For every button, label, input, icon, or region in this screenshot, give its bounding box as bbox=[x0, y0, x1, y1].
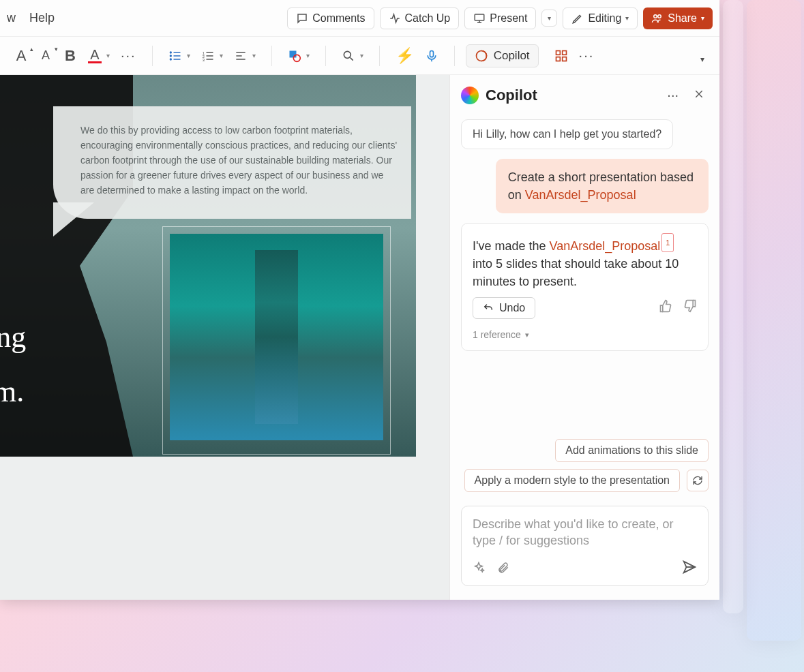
attach-button[interactable] bbox=[497, 562, 509, 577]
font-overflow-button[interactable]: ··· bbox=[116, 44, 141, 68]
svg-point-5 bbox=[170, 59, 171, 60]
svg-point-1 bbox=[654, 14, 657, 18]
copilot-pane: Copilot ··· Hi Lilly, how can I help get… bbox=[450, 75, 719, 600]
align-icon bbox=[234, 49, 248, 63]
pencil-icon bbox=[571, 12, 584, 25]
response-pre: I've made the bbox=[473, 239, 550, 253]
sparkle-icon bbox=[473, 562, 485, 574]
user-prompt-link[interactable]: VanArsdel_Proposal bbox=[525, 188, 636, 202]
svg-point-3 bbox=[170, 52, 171, 53]
svg-rect-17 bbox=[562, 57, 566, 61]
thumbs-down-button[interactable] bbox=[683, 299, 697, 317]
response-link[interactable]: VanArsdel_Proposal bbox=[550, 239, 661, 253]
slide-paragraph: We do this by providing access to low ca… bbox=[80, 125, 397, 196]
numbering-button[interactable]: 123 bbox=[196, 44, 228, 68]
svg-rect-9 bbox=[289, 50, 296, 57]
decrease-font-button[interactable]: A bbox=[34, 44, 57, 68]
thumbs-down-icon bbox=[683, 299, 697, 313]
slide-canvas[interactable]: We do this by providing access to low ca… bbox=[0, 75, 450, 600]
svg-point-2 bbox=[658, 14, 661, 18]
svg-rect-12 bbox=[430, 50, 433, 57]
thumbs-up-button[interactable] bbox=[659, 299, 672, 317]
ribbon-overflow-button[interactable]: ··· bbox=[574, 44, 599, 68]
chevron-down-icon: ▾ bbox=[700, 55, 704, 64]
undo-button[interactable]: Undo bbox=[473, 297, 535, 319]
svg-text:3: 3 bbox=[202, 57, 204, 61]
numbering-icon: 123 bbox=[201, 49, 215, 63]
copilot-input[interactable]: Describe what you'd like to create, or t… bbox=[461, 506, 709, 586]
copilot-title: Copilot bbox=[486, 87, 656, 104]
copilot-greeting-bubble: Hi Lilly, how can I help get you started… bbox=[461, 119, 673, 149]
slide[interactable]: We do this by providing access to low ca… bbox=[0, 75, 416, 457]
slide-image-placeholder[interactable] bbox=[162, 226, 391, 455]
svg-point-4 bbox=[170, 55, 171, 57]
close-icon bbox=[694, 89, 704, 100]
copilot-ribbon-label: Copilot bbox=[494, 49, 530, 63]
font-color-icon: A bbox=[88, 48, 102, 63]
send-icon bbox=[682, 560, 697, 575]
align-button[interactable] bbox=[229, 44, 260, 68]
svg-rect-15 bbox=[562, 50, 566, 55]
designer-button[interactable]: ⚡ bbox=[391, 44, 419, 68]
svg-rect-16 bbox=[556, 57, 560, 61]
suggestion-add-animations[interactable]: Add animations to this slide bbox=[555, 439, 709, 462]
increase-font-button[interactable]: A bbox=[10, 44, 33, 68]
copilot-logo-icon bbox=[461, 87, 479, 104]
designer-icon: ⚡ bbox=[396, 47, 414, 65]
undo-label: Undo bbox=[499, 302, 525, 314]
send-button[interactable] bbox=[682, 560, 697, 579]
menu-help[interactable]: Help bbox=[29, 11, 55, 25]
slide-headline-fragment-1: ding bbox=[0, 320, 26, 354]
editing-label: Editing bbox=[588, 12, 621, 25]
grid-view-button[interactable] bbox=[550, 44, 573, 68]
bold-button[interactable]: B bbox=[59, 44, 82, 68]
dictate-button[interactable] bbox=[420, 44, 443, 68]
svg-rect-0 bbox=[475, 14, 484, 20]
activity-icon bbox=[389, 12, 401, 25]
present-button[interactable]: Present bbox=[464, 7, 536, 29]
copilot-input-placeholder: Describe what you'd like to create, or t… bbox=[473, 516, 697, 549]
shapes-button[interactable] bbox=[283, 44, 314, 68]
copilot-suggestions: Add animations to this slide Apply a mod… bbox=[450, 439, 719, 499]
copilot-close-button[interactable] bbox=[689, 85, 709, 106]
people-icon bbox=[651, 12, 664, 25]
catchup-button[interactable]: Catch Up bbox=[380, 7, 460, 29]
share-button[interactable]: Share ▾ bbox=[643, 7, 713, 29]
find-button[interactable] bbox=[337, 44, 368, 68]
suggestion-modern-style[interactable]: Apply a modern style to the presentation bbox=[464, 469, 680, 492]
reference-badge[interactable]: 1 bbox=[661, 233, 674, 252]
copilot-ribbon-button[interactable]: Copilot bbox=[466, 44, 539, 67]
copilot-more-button[interactable]: ··· bbox=[663, 85, 683, 106]
user-prompt-bubble: Create a short presentation based on Van… bbox=[496, 159, 709, 213]
catchup-label: Catch Up bbox=[405, 12, 451, 25]
present-label: Present bbox=[490, 12, 527, 25]
slide-text-box[interactable]: We do this by providing access to low ca… bbox=[53, 106, 411, 219]
svg-point-10 bbox=[293, 55, 300, 61]
refresh-suggestions-button[interactable] bbox=[687, 470, 709, 491]
reference-toggle[interactable]: 1 reference ▾ bbox=[473, 326, 697, 343]
ribbon: A A B A ··· 123 bbox=[0, 37, 719, 75]
slide-headline-fragment-2: m. bbox=[0, 374, 24, 409]
copilot-conversation: Hi Lilly, how can I help get you started… bbox=[450, 112, 719, 439]
svg-rect-14 bbox=[556, 50, 560, 55]
present-dropdown[interactable]: ▾ bbox=[541, 10, 557, 27]
font-color-button[interactable]: A bbox=[83, 44, 115, 68]
microphone-icon bbox=[425, 48, 438, 64]
main-area: We do this by providing access to low ca… bbox=[0, 75, 719, 600]
reference-text: 1 reference bbox=[473, 326, 521, 343]
share-label: Share bbox=[668, 12, 697, 25]
menu-view[interactable]: w bbox=[7, 11, 16, 25]
chevron-down-icon: ▾ bbox=[525, 326, 529, 343]
present-icon bbox=[473, 12, 486, 25]
editing-button[interactable]: Editing ▾ bbox=[563, 7, 638, 29]
comments-label: Comments bbox=[312, 12, 365, 25]
copilot-header: Copilot ··· bbox=[450, 75, 719, 112]
sparkle-button[interactable] bbox=[473, 562, 485, 577]
app-window: w Help Comments Catch Up Present ▾ Editi… bbox=[0, 0, 719, 600]
copilot-greeting-text: Hi Lilly, how can I help get you started… bbox=[473, 128, 661, 140]
ribbon-expand-button[interactable]: ▾ bbox=[691, 47, 714, 72]
bullets-button[interactable] bbox=[164, 44, 195, 68]
copilot-response-card: I've made the VanArsdel_Proposal1 into 5… bbox=[461, 223, 709, 351]
comments-button[interactable]: Comments bbox=[287, 7, 374, 29]
bullets-icon bbox=[168, 49, 182, 63]
